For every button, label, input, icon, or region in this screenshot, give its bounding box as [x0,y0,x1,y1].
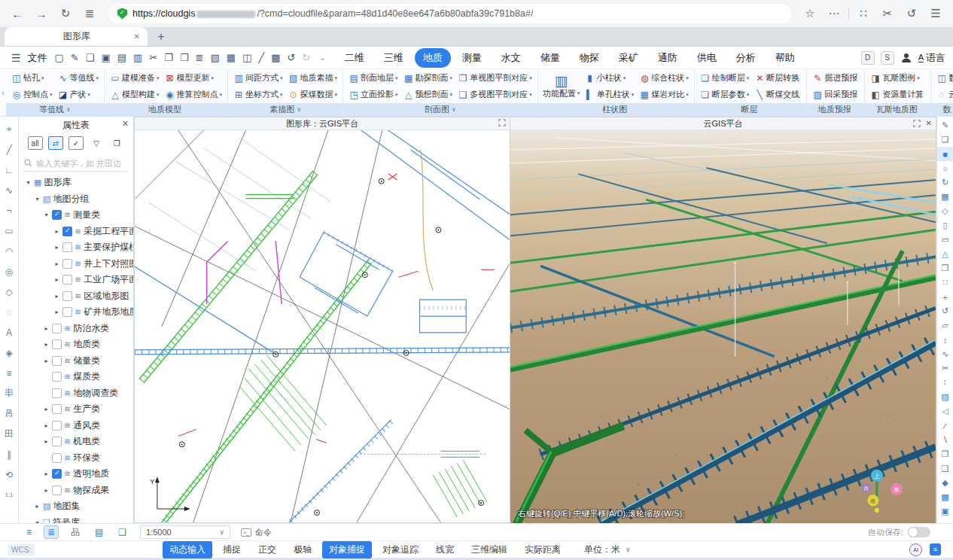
tree-item[interactable]: ▾ ≋ 测量类 [19,207,133,224]
ribbon-button[interactable]: △模型构建▾ [108,87,162,102]
ribbon-button[interactable]: ◎控制点▾ [9,87,55,102]
tool-icon[interactable]: ∥ [0,444,18,464]
ribbon-group-label[interactable]: 剖面图∨ [343,103,537,116]
layer-checkbox[interactable] [52,437,62,446]
address-bar[interactable]: https://cloudgis/?cmd=cloudfile&param=48… [108,4,791,23]
tool-icon[interactable]: ↺ [937,304,953,318]
d-mode-button[interactable]: D [861,51,875,65]
tree-expand-arrow[interactable]: ▸ [53,228,60,235]
tree-item[interactable]: ▸ ≋ 生产类 [19,401,133,418]
ribbon-button[interactable]: ▨回采预报 [810,87,861,102]
tool-icon[interactable]: 吕 [0,403,18,424]
tree-expand-arrow[interactable]: ▸ [53,260,60,267]
quick-icon[interactable]: ╱ [258,53,264,62]
tool-icon[interactable]: 1:1 [0,485,18,505]
tree-expand-arrow[interactable]: ▸ [43,422,50,429]
ribbon-group-label[interactable]: 地质预报 [807,103,864,116]
quick-icon[interactable]: ↺ [287,53,295,62]
tool-icon[interactable]: ○ [937,161,953,175]
quick-access-more-caret[interactable]: ⌄ [319,53,325,62]
quick-icon[interactable]: ▧ [210,53,219,62]
quick-icon[interactable]: ✎ [71,53,79,62]
ribbon-button[interactable]: △预想剖面▾ [401,87,455,102]
sidebar-footer-icon[interactable]: 品 [68,525,83,540]
user-icon[interactable] [900,52,912,64]
ribbon-button[interactable]: ◌云 [934,87,953,102]
ribbon-tab[interactable]: 物探 [571,48,607,68]
tool-icon[interactable]: ▯ [937,218,953,233]
ribbon-button[interactable]: ◉推算控制点▾ [163,87,225,102]
tool-icon[interactable]: ▨ [937,390,953,404]
tree-item[interactable]: ▸ ≋ 工业广场平面图 [19,272,133,288]
sidebar-footer-icon[interactable]: ❑ [115,526,129,538]
apps-grid-icon[interactable]: ∷ [854,4,873,23]
tool-icon[interactable]: ▭ [937,233,953,247]
ribbon-tab[interactable]: 供电 [689,48,725,68]
drafting-toggle-button[interactable]: 动态输入 [163,541,212,558]
tool-icon[interactable]: ■ [937,147,953,161]
ribbon-button[interactable]: ❏断层参数▾ [698,87,752,102]
quick-icon[interactable]: ↻ [302,53,310,62]
ribbon-button[interactable]: ❏绘制断层▾ [698,70,752,86]
tree-item[interactable]: ▾ ▧ 地图分组 [19,191,133,208]
filter-button[interactable]: ▽ [89,136,104,150]
tree-expand-arrow[interactable]: ▸ [43,406,50,412]
tree-expand-arrow[interactable]: ▸ [43,325,50,332]
tree-item[interactable]: ▸ ≋ 区域地形图 [19,288,133,305]
tool-icon[interactable]: ▱ [937,318,953,333]
ribbon-button[interactable]: ▧地质素描▾ [286,70,340,86]
quick-icon[interactable]: ▦ [227,53,236,62]
tool-icon[interactable]: ◇ [937,204,953,218]
language-button[interactable]: A语言 [918,51,945,65]
drafting-toggle-button[interactable]: 捕捉 [216,541,248,558]
tree-expand-arrow[interactable]: ▸ [53,276,60,283]
ribbon-button[interactable]: ✎掘进预报 [810,70,861,86]
history-undo-icon[interactable]: ↺ [902,4,921,23]
reload-icon[interactable]: ↻ [56,4,75,23]
layer-checkbox[interactable] [62,242,72,252]
ribbon-tab[interactable]: 储量 [532,48,568,68]
ribbon-scroll-left-icon[interactable]: ‹ [0,69,6,116]
tree-item[interactable]: ▸ ≋ 防治水类 [19,321,133,337]
tree-item[interactable]: ▸ ≋ 主要保护煤柱图 [19,239,133,256]
ribbon-button[interactable]: ▦煤岩对比▾ [637,87,691,102]
tool-icon[interactable]: 田 [0,424,18,444]
layer-checkbox[interactable] [52,421,62,431]
clipboard-icon[interactable]: ≡ [930,543,941,555]
close-icon[interactable]: ✕ [122,119,129,129]
layer-checkbox[interactable] [62,227,72,236]
tree-item[interactable]: ▸ ≋ 通风类 [19,418,133,434]
ribbon-group-label[interactable]: 柱状图 [538,103,694,116]
tree-item[interactable]: ≋ 地物调查类 [19,385,133,402]
tree-item[interactable]: ▸ ≋ 透明地质 [19,466,133,482]
ribbon-tab[interactable]: 分析 [728,48,764,68]
layer-checkbox[interactable] [62,275,72,285]
tree-item[interactable]: ≋ 环保类 [19,450,133,467]
ribbon-button[interactable]: ◫钻孔▾ [9,70,55,86]
quick-icon[interactable]: ▤ [117,53,126,62]
tool-icon[interactable]: ❐ [937,447,953,461]
tool-icon[interactable]: ⟲ [0,464,18,485]
tree-expand-arrow[interactable]: ▾ [43,212,50,218]
tree-expand-arrow[interactable]: ▸ [43,438,50,445]
tool-icon[interactable]: ◈ [0,342,18,363]
tool-icon[interactable]: ▦ [937,190,953,204]
tree-expand-arrow[interactable]: ▸ [53,309,60,315]
ribbon-group-label[interactable]: 地质模型 [105,103,227,116]
ribbon-tab[interactable]: 水文 [493,48,529,68]
tool-icon[interactable]: ∿ [937,347,953,361]
command-input[interactable]: >_ 命令 [241,527,272,538]
tool-icon[interactable]: ↕ [937,333,953,347]
ribbon-button[interactable]: ❐单视图平剖对应▾ [455,70,534,86]
tool-icon[interactable]: ╱ [0,139,18,160]
drafting-toggle-button[interactable]: 三维编辑 [464,541,514,558]
tool-icon[interactable]: ∶ [937,376,953,390]
quick-icon[interactable]: ▩ [271,53,280,62]
tool-icon[interactable]: ∟ [0,160,18,180]
ribbon-tab[interactable]: 三维 [376,48,412,68]
back-icon[interactable]: ← [8,4,27,23]
ribbon-button[interactable]: ⊞坐标方式▾ [231,87,285,102]
quick-icon[interactable]: ❒ [180,53,189,62]
quick-icon[interactable]: ▥ [133,53,142,62]
tool-icon[interactable]: ❑ [937,461,953,476]
